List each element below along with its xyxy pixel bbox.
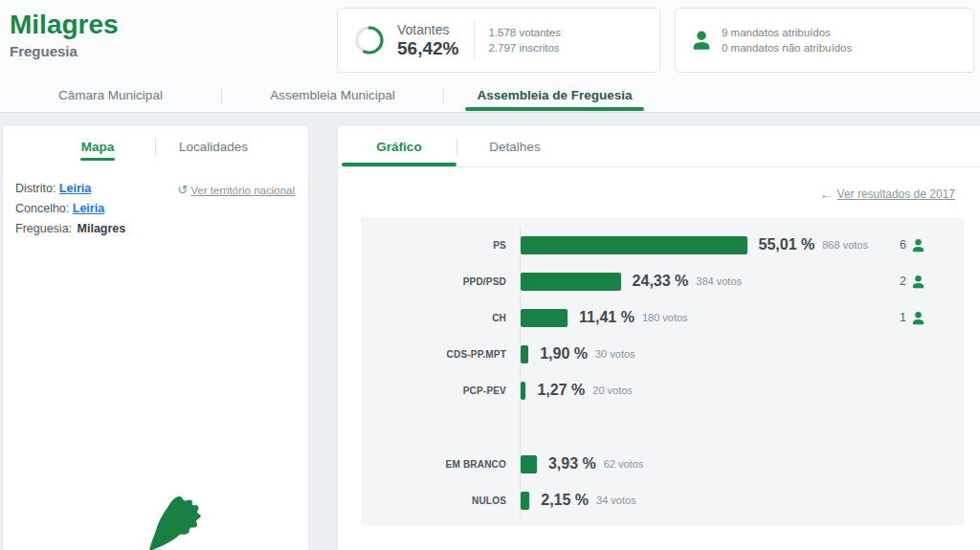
main-tabs: Câmara Municipal Assembleia Municipal As…: [0, 86, 980, 113]
bar: [521, 455, 537, 473]
tab-detalhes[interactable]: Detalhes: [457, 127, 572, 165]
mandates-count: 1: [900, 311, 906, 324]
mandates-detail: 9 mandatos atribuídos 0 mandatos não atr…: [722, 25, 852, 55]
bar: [521, 236, 747, 254]
results-2017-link[interactable]: ← Ver resultados de 2017: [820, 187, 955, 202]
page-title: Milagres: [10, 10, 119, 40]
person-icon: [691, 30, 712, 51]
votes-value: 180 votos: [642, 312, 688, 323]
tab-camara-municipal[interactable]: Câmara Municipal: [0, 86, 221, 113]
parish-map-shape[interactable]: [143, 489, 213, 550]
turnout-main: Votantes 56,42%: [397, 22, 458, 59]
map-panel: Mapa Localidades Distrito: Leiria Concel…: [2, 124, 309, 550]
party-label: PPD/PSD: [361, 276, 506, 287]
votes-value: 34 votos: [596, 495, 636, 506]
votes-value: 868 votos: [822, 239, 868, 251]
person-icon: [911, 238, 925, 253]
district-link[interactable]: Leiria: [59, 182, 91, 195]
chart-row: PPD/PSD 24,33 % 384 votos 2: [361, 263, 964, 299]
mandates-count: 2: [900, 275, 906, 288]
parish-value: Milagres: [78, 222, 126, 235]
turnout-donut-icon: [353, 24, 386, 56]
results-panel-tabs: Gráfico Detalhes: [338, 125, 980, 167]
chart-row: PCP-PEV 1,27 % 20 votos: [361, 372, 964, 408]
results-bar-chart: PS 55,01 % 868 votos 6 PPD/PSD 24,33 % 3…: [361, 217, 964, 525]
card-divider: [474, 21, 475, 59]
tab-grafico[interactable]: Gráfico: [342, 127, 457, 165]
mandates-count: 6: [900, 238, 906, 252]
percent-value: 55,01 %: [759, 236, 815, 253]
location-municipality: Concelho: Leiria: [15, 199, 125, 219]
mandates: 1: [900, 311, 925, 325]
national-territory-link[interactable]: ↺ Ver território nacional: [177, 183, 295, 197]
registered-count: 2.797 inscritos: [488, 40, 560, 55]
map-panel-tabs: Mapa Localidades: [3, 125, 308, 167]
tab-assembleia-de-freguesia[interactable]: Assembleia de Freguesia: [444, 86, 665, 113]
turnout-label: Votantes: [397, 22, 458, 37]
chart-row: CH 11,41 % 180 votos 1: [361, 299, 964, 336]
percent-value: 1,90 %: [540, 345, 588, 363]
title-block: Milagres Freguesia: [10, 10, 119, 59]
tab-mapa[interactable]: Mapa: [40, 127, 155, 165]
chart-row: NULOS 2,15 % 34 votos: [361, 482, 964, 518]
chart-row: PS 55,01 % 868 votos 6: [361, 227, 964, 263]
person-icon: [911, 311, 925, 325]
party-label: CH: [361, 313, 506, 323]
percent-value: 2,15 %: [541, 492, 589, 509]
back-arrow-icon: ←: [820, 187, 834, 202]
mandates-assigned: 9 mandatos atribuídos: [722, 25, 852, 40]
tab-localidades[interactable]: Localidades: [156, 127, 271, 165]
mandates-unassigned: 0 mandatos não atribuídos: [722, 40, 852, 55]
location-breadcrumb: Distrito: Leiria Concelho: Leiria Fregue…: [15, 179, 125, 239]
location-district: Distrito: Leiria: [15, 179, 125, 199]
location-parish: Freguesia: Milagres: [15, 219, 125, 239]
party-label: PCP-PEV: [361, 385, 506, 396]
bar: [521, 273, 621, 291]
party-label: NULOS: [361, 495, 506, 506]
mandates: 6: [900, 238, 925, 253]
bar: [521, 309, 568, 327]
bar: [521, 345, 528, 363]
turnout-detail: 1.578 votantes 2.797 inscritos: [488, 25, 560, 55]
votes-value: 62 votos: [604, 458, 644, 470]
mandates: 2: [900, 275, 925, 289]
party-label: PS: [361, 240, 506, 251]
chart-row: EM BRANCO 3,93 % 62 votos: [361, 446, 964, 482]
page-subtitle: Freguesia: [10, 43, 119, 59]
bar: [521, 382, 525, 400]
percent-value: 3,93 %: [548, 455, 596, 473]
percent-value: 1,27 %: [537, 382, 585, 399]
tab-assembleia-municipal[interactable]: Assembleia Municipal: [222, 86, 443, 113]
turnout-percent: 56,42%: [397, 38, 458, 59]
party-label: EM BRANCO: [361, 459, 506, 470]
party-label: CDS-PP.MPT: [361, 349, 506, 360]
municipality-link[interactable]: Leiria: [73, 202, 104, 215]
votes-value: 384 votos: [696, 275, 742, 287]
votes-value: 30 votos: [595, 348, 635, 360]
chart-section-gap: [361, 408, 964, 446]
voters-count: 1.578 votantes: [488, 25, 560, 40]
percent-value: 24,33 %: [633, 273, 689, 290]
turnout-card: Votantes 56,42% 1.578 votantes 2.797 ins…: [337, 8, 660, 73]
undo-icon: ↺: [177, 183, 188, 197]
chart-row: CDS-PP.MPT 1,90 % 30 votos: [361, 336, 964, 372]
results-panel: Gráfico Detalhes ← Ver resultados de 201…: [337, 124, 980, 550]
percent-value: 11,41 %: [579, 309, 635, 326]
person-icon: [911, 275, 925, 289]
mandates-card: 9 mandatos atribuídos 0 mandatos não atr…: [675, 8, 974, 73]
header: Milagres Freguesia Votantes 56,42% 1.578…: [0, 0, 980, 113]
bar: [521, 492, 529, 510]
votes-value: 20 votos: [592, 385, 633, 396]
